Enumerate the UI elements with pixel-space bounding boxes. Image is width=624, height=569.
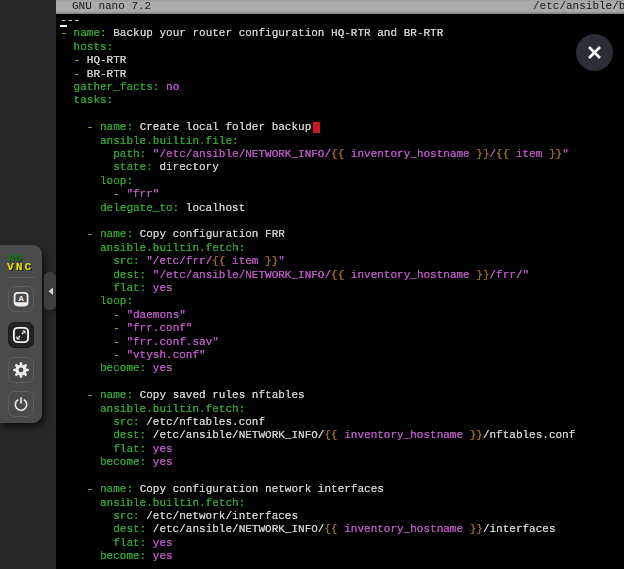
svg-text:A: A bbox=[18, 294, 24, 303]
